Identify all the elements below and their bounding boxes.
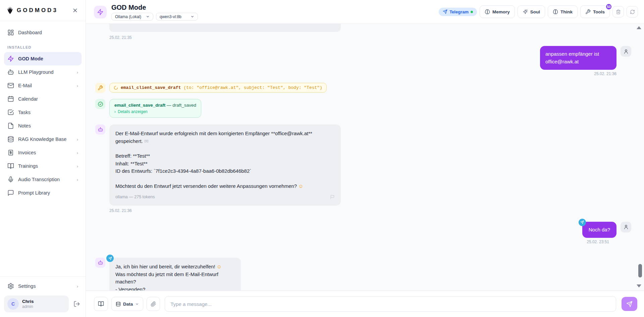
tool-result-status: — draft_saved [167,103,196,108]
sidebar-item-label: Prompt Library [18,190,78,196]
telegram-icon [443,9,447,14]
data-source-dropdown[interactable]: Data [111,297,143,311]
dashboard-icon [7,29,14,36]
sidebar-item-calendar[interactable]: Calendar [4,92,82,106]
chevron-right-icon: › [77,137,78,142]
tool-call-name: email_client_save_draft [121,85,181,90]
telegram-status-pill[interactable]: Telegram [439,8,477,16]
sidebar-item-label: LLM Playground [18,69,73,75]
chevron-right-icon: › [114,109,116,114]
sidebar-item-label: RAG Knowledge Base [18,137,73,142]
refresh-chat-button[interactable] [627,6,638,17]
library-button[interactable] [94,297,108,311]
sidebar-item-prompt-library[interactable]: Prompt Library [4,186,82,200]
sidebar-item-label: Audio Transcription [18,177,73,182]
sidebar-close-button[interactable] [71,7,79,14]
file-icon [7,122,14,129]
chevron-down-icon [146,15,150,18]
tools-count-badge: 50 [605,3,612,10]
sidebar-item-settings[interactable]: Settings › [4,279,82,293]
tools-button[interactable]: Tools 50 [580,5,610,18]
model-token-meta: ollama — 275 tokens [115,194,155,200]
sidebar-item-label: Settings [18,283,73,289]
chat-message-list[interactable]: 25.02. 21:35 anpassen empfänger ist offi… [86,24,644,290]
message-square-icon [7,190,14,196]
sidebar-item-invoices[interactable]: Invoices › [4,146,82,159]
message-line: ID des Entwurfs: `7f1ce2c3-4394-4a87-baa… [115,167,335,175]
sidebar-item-llm-playground[interactable]: LLM Playground › [4,65,82,79]
assistant-message-row: Ja, ich bin hier und bereit, dir weiterz… [95,258,637,290]
truncated-message-bubble [109,24,341,32]
user-message-bubble: anpassen empfänger ist office@rawk.at [540,46,616,70]
avatar: C [7,298,19,310]
user-card[interactable]: C Chris admin [4,296,69,312]
timestamp: 25.02. 21:36 [109,208,637,213]
assistant-message-row: Der E-Mail-Entwurf wurde erfolgreich mit… [95,124,637,206]
book-open-icon [7,163,14,169]
bot-avatar [95,124,105,135]
details-toggle[interactable]: › Details anzeigen [114,109,196,114]
database-icon [116,302,121,307]
sidebar-item-trainings[interactable]: Trainings › [4,159,82,173]
scrollbar-thumb[interactable] [638,264,642,277]
user-message-bubble: Noch da? [582,222,616,238]
data-source-label: Data [123,302,133,307]
wrench-icon [95,83,105,93]
refresh-icon [630,9,635,14]
provider-select[interactable]: Ollama (Lokal) [111,13,153,20]
assistant-message-bubble: Ja, ich bin hier und bereit, dir weiterz… [109,258,241,290]
message-input[interactable] [165,296,616,312]
spinner-icon [114,86,118,90]
send-icon [626,301,633,307]
sidebar-footer: Settings › C Chris admin [0,276,86,317]
sidebar-item-rag-knowledge-base[interactable]: RAG Knowledge Base › [4,133,82,146]
think-button-label: Think [560,9,573,14]
logout-icon [73,301,80,307]
tool-call-box[interactable]: email_client_save_draft (to: "office@raw… [109,83,327,93]
zap-icon [7,55,14,62]
message-line: - Versenden? [115,286,235,290]
scrollbar-up-arrow[interactable] [637,26,641,29]
provider-select-value: Ollama (Lokal) [115,14,141,19]
user-role: admin [22,304,34,309]
send-button[interactable] [622,297,637,311]
attach-file-button[interactable] [147,297,160,311]
sidebar-item-tasks[interactable]: Tasks [4,106,82,119]
app-logo: GODMOD3 [6,6,58,15]
chevron-right-icon: › [77,177,78,182]
sidebar-item-email[interactable]: E-Mail › [4,79,82,92]
telegram-source-badge [106,255,114,262]
memory-button[interactable]: Memory [480,5,515,18]
sidebar-item-audio-transcription[interactable]: Audio Transcription › [4,173,82,186]
sidebar-item-god-mode[interactable]: GOD Mode [4,52,82,65]
sparkles-icon [523,9,528,14]
user-name: Chris [22,299,34,304]
chevron-right-icon: › [77,83,78,88]
envelope-emoji: ✉ [144,138,149,144]
model-select[interactable]: qwen3-vl:8b [156,13,198,20]
telegram-label: Telegram [449,9,469,14]
assistant-message-bubble: Der E-Mail-Entwurf wurde erfolgreich mit… [109,124,341,206]
model-select-value: qwen3-vl:8b [160,14,181,19]
online-status-dot [471,11,473,13]
delete-chat-button[interactable] [612,6,624,17]
sidebar-item-notes[interactable]: Notes [4,119,82,133]
soul-button-label: Soul [530,9,540,14]
sidebar-item-dashboard[interactable]: Dashboard [4,26,82,39]
think-button[interactable]: Think [548,5,578,18]
app-window: GODMOD3 Dashboard INSTALLED GOD Mode LLM… [0,0,644,317]
invoice-icon [7,149,14,156]
tools-button-label: Tools [593,9,605,14]
sidebar: GODMOD3 Dashboard INSTALLED GOD Mode LLM… [0,0,86,317]
message-line: Ja, ich bin hier und bereit, dir weiterz… [115,264,215,269]
scrollbar-down-arrow[interactable] [637,284,641,287]
soul-button[interactable]: Soul [518,5,545,18]
sidebar-item-label: Tasks [18,110,78,115]
flag-message-button[interactable] [330,195,335,199]
robot-icon [7,69,14,75]
telegram-source-badge [579,219,586,226]
logout-button[interactable] [72,299,82,309]
bot-avatar [95,258,105,268]
tool-call-args: (to: "office@rawk.at", subject: "Test", … [183,85,322,90]
check-square-icon [7,109,14,116]
